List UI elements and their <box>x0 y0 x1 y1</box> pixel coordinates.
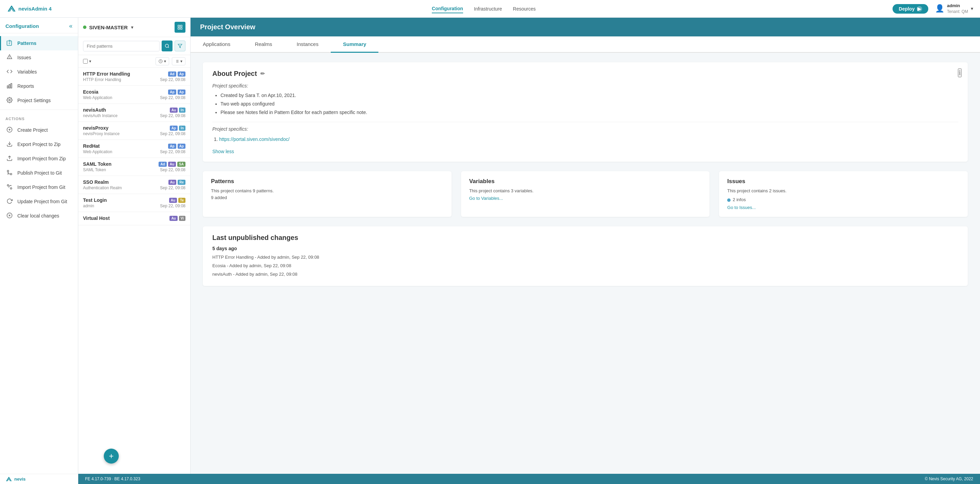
sidebar-item-publish-git[interactable]: Publish Project to Git <box>0 166 78 180</box>
show-less-button[interactable]: Show less <box>212 149 234 154</box>
pattern-sub: SAML TokenSep 22, 09:08 <box>83 167 185 172</box>
sidebar-item-clear-changes[interactable]: Clear local changes <box>0 209 78 223</box>
about-project-section: About Project ✏ ℹ Project specifics: Cre… <box>203 62 968 162</box>
sidebar-item-variables[interactable]: Variables <box>0 65 78 79</box>
create-project-icon <box>6 127 13 134</box>
sidebar-item-reports[interactable]: Reports <box>0 79 78 93</box>
sidebar-item-import-git[interactable]: Import Project from Git <box>0 180 78 194</box>
publish-git-label: Publish Project to Git <box>18 170 62 176</box>
filter-button[interactable] <box>175 40 185 51</box>
select-chevron[interactable]: ▾ <box>89 59 91 64</box>
pattern-item[interactable]: nevisProxyApInnevisProxy InstanceSep 22,… <box>78 122 190 140</box>
pattern-item[interactable]: nevisAuthAuInnevisAuth InstanceSep 22, 0… <box>78 104 190 122</box>
grid-view-button[interactable] <box>175 22 185 33</box>
sidebar-item-issues[interactable]: Issues <box>0 50 78 65</box>
pattern-name: nevisAuth <box>83 107 106 113</box>
pattern-item[interactable]: HTTP Error HandlingAdApHTTP Error Handli… <box>78 68 190 86</box>
list-actions: ▾ ▾ <box>156 57 185 65</box>
specifics-label-1: Project specifics: <box>212 83 958 89</box>
go-to-issues-link[interactable]: Go to Issues... <box>727 205 959 210</box>
pattern-name: HTTP Error Handling <box>83 71 130 76</box>
tab-instances[interactable]: Instances <box>285 37 331 53</box>
project-dropdown-button[interactable]: ▾ <box>131 24 134 30</box>
pattern-item[interactable]: RedHatApApWeb ApplicationSep 22, 09:08 <box>78 140 190 158</box>
sidebar-item-export-zip[interactable]: Export Project to Zip <box>0 137 78 151</box>
pattern-item[interactable]: SAML TokenAdAuSASAML TokenSep 22, 09:08 <box>78 158 190 176</box>
sidebar-item-project-settings[interactable]: Project Settings <box>0 93 78 108</box>
badge-in: In <box>179 126 185 131</box>
svg-point-13 <box>7 170 9 172</box>
variables-stat-desc: This project contains 3 variables. <box>469 188 702 195</box>
edit-project-button[interactable]: ✏ <box>260 70 265 77</box>
about-link[interactable]: https://portal.siven.com/sivendoc/ <box>219 137 290 142</box>
version-label: FE 4.17.0-739 · BE 4.17.0.323 <box>85 476 140 481</box>
pattern-badges: AuIn <box>170 108 185 113</box>
pattern-sub: HTTP Error HandlingSep 22, 09:08 <box>83 77 185 82</box>
badge-ad: Ad <box>168 72 176 76</box>
sort-button[interactable]: ▾ <box>156 57 169 65</box>
badge-ap: Ap <box>168 89 176 95</box>
top-nav: nevisAdmin 4 Configuration Infrastructur… <box>0 0 980 18</box>
info-button[interactable]: ℹ <box>958 68 962 77</box>
pattern-item[interactable]: Test LoginAuTeadminSep 22, 09:08 <box>78 194 190 212</box>
nav-configuration[interactable]: Configuration <box>432 5 463 13</box>
about-divider <box>212 122 958 122</box>
nav-infrastructure[interactable]: Infrastructure <box>474 5 502 13</box>
patterns-stat-title: Patterns <box>211 178 443 185</box>
svg-rect-5 <box>11 83 12 88</box>
search-button[interactable] <box>162 40 172 51</box>
user-chevron-icon[interactable]: ▾ <box>971 6 973 11</box>
pattern-type: nevisProxy Instance <box>83 131 119 136</box>
app-logo[interactable]: nevisAdmin 4 <box>7 4 75 14</box>
list-options-button[interactable]: ▾ <box>172 57 185 65</box>
export-zip-label: Export Project to Zip <box>18 142 60 147</box>
sidebar-item-patterns[interactable]: Patterns <box>0 36 78 50</box>
select-all-checkbox[interactable] <box>83 59 88 64</box>
sidebar-item-import-zip[interactable]: Import Project from Zip <box>0 151 78 166</box>
about-bullets: Created by Sara T. on Apr.10, 2021.Two w… <box>212 91 958 117</box>
badge-sa: SA <box>177 162 185 167</box>
issues-badge: 2 infos <box>733 196 746 204</box>
pattern-type: SAML Token <box>83 167 106 172</box>
about-project-title: About Project ✏ <box>212 70 958 78</box>
variables-stat-title: Variables <box>469 178 702 185</box>
pattern-badges: AuRe <box>169 180 185 185</box>
sidebar-item-update-git[interactable]: Update Project from Git <box>0 194 78 209</box>
pattern-item[interactable]: SSO RealmAuReAuthentication RealmSep 22,… <box>78 176 190 194</box>
about-bullet: Two web apps configured <box>221 100 958 108</box>
search-input[interactable] <box>83 41 159 51</box>
deploy-button[interactable]: Deploy ▶ <box>892 4 928 14</box>
about-link-item: https://portal.siven.com/sivendoc/ <box>219 134 958 144</box>
user-icon: 👤 <box>935 4 944 13</box>
nav-resources[interactable]: Resources <box>513 5 536 13</box>
sidebar-title: Configuration <box>5 23 39 29</box>
pattern-name: nevisProxy <box>83 125 108 131</box>
issues-stat-card: Issues This project contains 2 issues. 2… <box>719 171 968 217</box>
pattern-item[interactable]: EcosiaApApWeb ApplicationSep 22, 09:08 <box>78 86 190 104</box>
pattern-date: Sep 22, 09:08 <box>160 167 185 172</box>
issues-icon <box>6 54 13 61</box>
about-links-list: https://portal.siven.com/sivendoc/ <box>212 134 958 144</box>
pattern-badges: ApAp <box>168 143 185 149</box>
tab-realms[interactable]: Realms <box>243 37 285 53</box>
import-zip-icon <box>6 155 13 162</box>
pattern-sub: Web ApplicationSep 22, 09:08 <box>83 150 185 154</box>
changes-list: HTTP Error Handling - Added by admin, Se… <box>212 253 958 279</box>
tab-applications[interactable]: Applications <box>191 37 243 53</box>
pattern-badges: AuVi <box>169 216 185 221</box>
pattern-item[interactable]: Virtual HostAuVi <box>78 212 190 225</box>
issues-stat-title: Issues <box>727 178 959 185</box>
badge-ad: Ad <box>159 162 166 167</box>
svg-rect-0 <box>9 40 11 41</box>
pattern-name: RedHat <box>83 143 100 149</box>
sidebar-item-create-project[interactable]: Create Project <box>0 123 78 137</box>
collapse-sidebar-button[interactable]: « <box>69 22 73 30</box>
add-pattern-fab[interactable]: + <box>104 449 119 463</box>
tabs-bar: Applications Realms Instances Summary <box>191 37 980 53</box>
tab-summary[interactable]: Summary <box>331 37 379 53</box>
badge-ap: Ap <box>178 143 185 149</box>
export-zip-icon <box>6 141 13 148</box>
bar-chart-icon <box>6 83 13 89</box>
svg-rect-3 <box>7 86 8 88</box>
go-to-variables-link[interactable]: Go to Variables... <box>469 196 702 201</box>
